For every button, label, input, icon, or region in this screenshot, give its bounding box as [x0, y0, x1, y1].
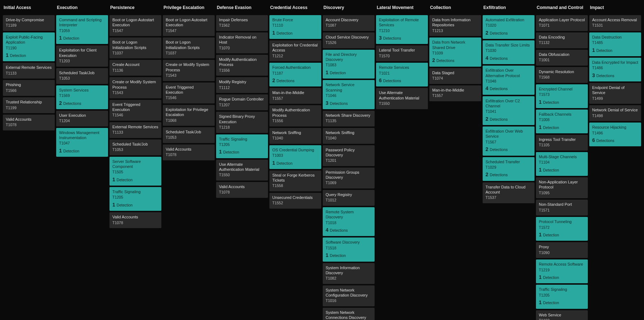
- technique-card[interactable]: Endpoint Denial of ServiceT1499: [589, 83, 641, 104]
- technique-card[interactable]: Transfer Data to Cloud AccountT1537: [483, 182, 535, 203]
- tactic-header[interactable]: Defense Evasion: [216, 3, 268, 14]
- technique-card[interactable]: ProxyT1090: [536, 242, 588, 258]
- tactic-header[interactable]: Credential Access: [269, 3, 321, 14]
- technique-card[interactable]: Network Denial of ServiceT1498: [589, 105, 641, 121]
- technique-card[interactable]: Scheduled TransferT10292Detections: [483, 157, 535, 181]
- technique-card[interactable]: Create or Modify System ProcessT1543: [163, 60, 215, 81]
- technique-card[interactable]: External Remote ServicesT1133: [3, 63, 55, 79]
- technique-card[interactable]: System ServicesT15692Detections: [56, 85, 108, 109]
- technique-card[interactable]: Command and Scripting InterpreterT10591D…: [56, 15, 108, 44]
- technique-card[interactable]: File and Directory DiscoveryT10831Detect…: [323, 50, 375, 79]
- technique-card[interactable]: Scheduled Task/JobT1053: [109, 139, 161, 155]
- technique-card[interactable]: Exfiltration Over C2 ChannelT10412Detect…: [483, 96, 535, 125]
- technique-card[interactable]: Valid AccountsT1078: [163, 145, 215, 160]
- technique-card[interactable]: Ingress Tool TransferT1105: [536, 135, 588, 151]
- technique-card[interactable]: Data ObfuscationT1001: [536, 50, 588, 66]
- technique-card[interactable]: Non-Standard PortT1571: [536, 200, 588, 215]
- technique-card[interactable]: System Network Configuration DiscoveryT1…: [323, 285, 375, 306]
- technique-card[interactable]: Boot or Logon Initialization ScriptsT103…: [109, 37, 161, 58]
- technique-card[interactable]: Use Alternate Authentication MaterialT15…: [216, 160, 268, 181]
- technique-card[interactable]: Account DiscoveryT1087: [323, 15, 375, 31]
- technique-card[interactable]: Boot or Logon Initialization ScriptsT103…: [163, 37, 215, 58]
- tactic-header[interactable]: Privilege Escalation: [163, 3, 215, 14]
- tactic-header[interactable]: Lateral Movement: [376, 3, 428, 14]
- technique-card[interactable]: Software DiscoveryT15181Detection: [323, 237, 375, 261]
- technique-card[interactable]: Modify Authentication ProcessT1556: [216, 55, 268, 76]
- technique-card[interactable]: Data EncodingT1132: [536, 32, 588, 48]
- technique-card[interactable]: Valid AccountsT1078: [3, 115, 55, 130]
- technique-card[interactable]: Scheduled Task/JobT1053: [56, 68, 108, 84]
- technique-card[interactable]: Create AccountT1136: [109, 60, 161, 76]
- technique-card[interactable]: Data Encrypted for ImpactT14863Detection…: [589, 58, 641, 81]
- technique-card[interactable]: Steal or Forge Kerberos TicketsT1558: [269, 170, 321, 191]
- technique-card[interactable]: Indicator Removal on HostT1070: [216, 32, 268, 53]
- technique-card[interactable]: Remote ServicesT10216Detections: [376, 63, 428, 86]
- technique-card[interactable]: Exploit Public-Facing ApplicationT11901D…: [3, 32, 55, 61]
- technique-card[interactable]: Traffic SignalingT12051Detection: [109, 187, 161, 211]
- technique-card[interactable]: Encrypted ChannelT15731Detection: [536, 84, 588, 108]
- technique-card[interactable]: Exploitation for Privilege EscalationT10…: [163, 105, 215, 126]
- technique-card[interactable]: Dynamic ResolutionT1568: [536, 67, 588, 83]
- technique-card[interactable]: Valid AccountsT1078: [109, 212, 161, 228]
- technique-card[interactable]: Unsecured CredentialsT1552: [269, 193, 321, 209]
- technique-card[interactable]: Non-Application Layer ProtocolT1095: [536, 177, 588, 198]
- technique-card[interactable]: Account Access RemovalT1531: [589, 15, 641, 31]
- tactic-header[interactable]: Discovery: [323, 3, 375, 14]
- technique-card[interactable]: Forced AuthenticationT11872Detections: [269, 63, 321, 86]
- tactic-header[interactable]: Impact: [589, 3, 641, 14]
- technique-card[interactable]: System Network Connections DiscoveryT104…: [323, 308, 375, 320]
- technique-card[interactable]: Exfiltration Over Alternative ProtocolT1…: [483, 66, 535, 94]
- technique-card[interactable]: User ExecutionT1204: [56, 111, 108, 126]
- technique-card[interactable]: Exploitation for Client ExecutionT1203: [56, 45, 108, 66]
- technique-card[interactable]: Create or Modify System ProcessT1543: [109, 77, 161, 98]
- technique-card[interactable]: Modify RegistryT1112: [216, 77, 268, 93]
- technique-card[interactable]: Brute ForceT11101Detection: [269, 15, 321, 39]
- technique-card[interactable]: Resource HijackingT14966Detections: [589, 123, 641, 146]
- technique-card[interactable]: Data DestructionT14851Detection: [589, 32, 641, 56]
- technique-card[interactable]: Data from Information RepositoriesT1213: [429, 15, 481, 36]
- technique-card[interactable]: Cloud Service DiscoveryT1526: [323, 32, 375, 48]
- technique-card[interactable]: Data StagedT1074: [429, 68, 481, 84]
- technique-card[interactable]: Network Service ScanningT10463Detections: [323, 80, 375, 109]
- technique-card[interactable]: Event Triggered ExecutionT1546: [163, 83, 215, 103]
- technique-card[interactable]: Protocol TunnelingT15721Detection: [536, 217, 588, 241]
- technique-card[interactable]: Query RegistryT1012: [323, 190, 375, 206]
- technique-card[interactable]: Traffic SignalingT12051Detection: [216, 134, 268, 158]
- technique-card[interactable]: Man-in-the-MiddleT1557: [269, 88, 321, 104]
- technique-card[interactable]: Trusted RelationshipT1199: [3, 97, 55, 113]
- technique-card[interactable]: OS Credential DumpingT10031Detection: [269, 145, 321, 169]
- technique-card[interactable]: Fallback ChannelsT10081Detection: [536, 110, 588, 133]
- technique-card[interactable]: Man-in-the-MiddleT1557: [429, 85, 481, 101]
- technique-card[interactable]: Application Layer ProtocolT1071: [536, 15, 588, 31]
- technique-card[interactable]: Modify Authentication ProcessT1556: [269, 105, 321, 126]
- technique-card[interactable]: Web ServiceT1102: [536, 310, 588, 320]
- technique-card[interactable]: Traffic SignalingT12051Detection: [536, 285, 588, 308]
- technique-card[interactable]: Rogue Domain ControllerT1207: [216, 94, 268, 110]
- technique-card[interactable]: External Remote ServicesT1133: [109, 122, 161, 138]
- technique-card[interactable]: Valid AccountsT1078: [216, 182, 268, 198]
- technique-card[interactable]: PhishingT1566: [3, 80, 55, 96]
- tactic-header[interactable]: Exfiltration: [483, 3, 535, 14]
- technique-card[interactable]: Scheduled Task/JobT1053: [163, 127, 215, 143]
- technique-card[interactable]: Automated ExfiltrationT10202Detections: [483, 15, 535, 39]
- technique-card[interactable]: Multi-Stage ChannelsT11041Detection: [536, 152, 588, 176]
- technique-card[interactable]: Exploitation of Remote ServicesT12103Det…: [376, 15, 428, 44]
- technique-card[interactable]: Password Policy DiscoveryT1201: [323, 145, 375, 166]
- technique-card[interactable]: System Information DiscoveryT1082: [323, 263, 375, 284]
- technique-card[interactable]: Data from Network Shared DriveT10392Dete…: [429, 37, 481, 66]
- tactic-header[interactable]: Initial Access: [3, 3, 55, 14]
- technique-card[interactable]: Signed Binary Proxy ExecutionT1218: [216, 112, 268, 133]
- technique-card[interactable]: Event Triggered ExecutionT1546: [109, 100, 161, 121]
- technique-card[interactable]: Windows Management InstrumentationT10471…: [56, 128, 108, 157]
- technique-card[interactable]: Exfiltration Over Web ServiceT15672Detec…: [483, 126, 535, 155]
- technique-card[interactable]: Lateral Tool TransferT1570: [376, 45, 428, 61]
- technique-card[interactable]: Boot or Logon Autostart ExecutionT1547: [163, 15, 215, 36]
- technique-card[interactable]: Network Share DiscoveryT1135: [323, 111, 375, 126]
- technique-card[interactable]: Exploitation for Credential AccessT1212: [269, 40, 321, 61]
- technique-card[interactable]: Boot or Logon Autostart ExecutionT1547: [109, 15, 161, 36]
- technique-card[interactable]: Use Alternate Authentication MaterialT15…: [376, 88, 428, 109]
- technique-card[interactable]: Permission Groups DiscoveryT1069: [323, 168, 375, 188]
- technique-card[interactable]: Network SniffingT1040: [323, 128, 375, 144]
- tactic-header[interactable]: Persistence: [109, 3, 161, 14]
- technique-card[interactable]: Server Software ComponentT15051Detection: [109, 157, 161, 186]
